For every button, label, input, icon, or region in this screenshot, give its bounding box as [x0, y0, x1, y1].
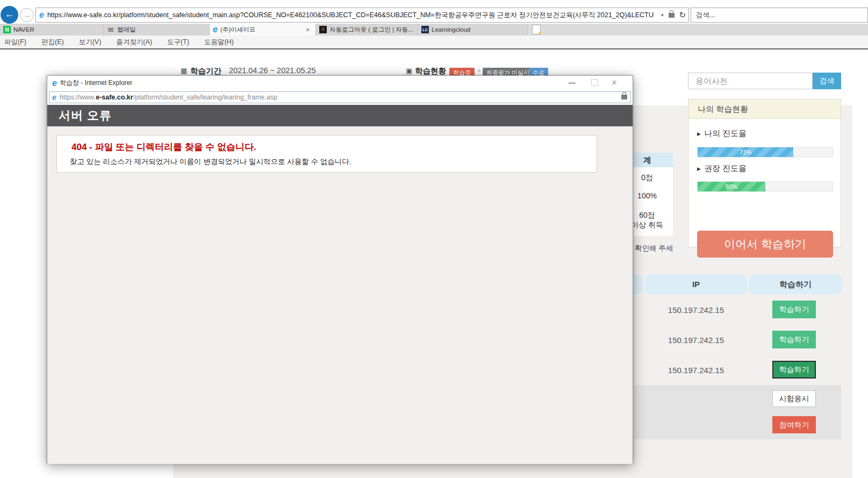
maximize-button[interactable]: [586, 76, 602, 90]
learn-button-active[interactable]: 학습하기: [772, 361, 816, 379]
error-box: 404 - 파일 또는 디렉터리를 찾을 수 없습니다. 찾고 있는 리소스가 …: [56, 135, 597, 173]
lock-icon: [669, 13, 675, 18]
rec-progress-label: ▶권장 진도율: [697, 163, 747, 174]
glossary-search-button[interactable]: 검색: [813, 73, 841, 89]
error-title: 404 - 파일 또는 디렉터리를 찾을 수 없습니다.: [71, 141, 256, 153]
menu-tools[interactable]: 도구(T): [167, 38, 189, 47]
lock-icon: [621, 95, 627, 99]
popup-address-row: e https://www.e-safe.co.kr/platform/stud…: [47, 90, 633, 105]
tab-bar: N NAVER ✉ 웹메일 e (주)이세이프 ✕ ⚿ 자동로그아웃 ( 로그인…: [0, 24, 868, 35]
tab-close-icon[interactable]: ✕: [304, 27, 312, 33]
ie-icon: e: [52, 79, 57, 88]
tab-naver[interactable]: N NAVER: [0, 24, 104, 35]
autologout-icon: ⚿: [319, 26, 327, 33]
naver-icon: N: [3, 26, 11, 33]
popup-title: 학습창 - Internet Explorer: [60, 79, 132, 88]
learn-column-header: 학습하기: [749, 275, 842, 294]
refresh-icon[interactable]: ↻: [679, 10, 686, 20]
close-button[interactable]: ✕: [606, 76, 622, 90]
tab-label: (주)이세이프: [220, 26, 255, 34]
menu-view[interactable]: 보기(V): [79, 38, 102, 47]
screen: ← → e https://www.e-safe.co.kr/platform/…: [0, 0, 868, 478]
table-footer-block: 시험응시 참여하기: [634, 385, 841, 439]
menu-help[interactable]: 도움말(H): [204, 38, 234, 47]
url-dropdown-icon[interactable]: ▼: [661, 13, 665, 18]
menu-file[interactable]: 파일(F): [4, 38, 26, 47]
ie-page-icon: e: [39, 11, 44, 19]
ip-column-header: IP: [645, 275, 747, 294]
error-page-header: 서버 오류: [47, 105, 633, 126]
forward-button[interactable]: →: [20, 8, 34, 22]
tab-label: 웹메일: [117, 26, 136, 34]
browser-toolbar: ← → e https://www.e-safe.co.kr/platform/…: [0, 0, 868, 24]
back-icon: ←: [5, 9, 15, 19]
learn-button[interactable]: 학습하기: [772, 331, 816, 348]
minimize-button[interactable]: —: [564, 76, 580, 90]
ip-cell: 150.197.242.15: [645, 366, 747, 375]
tab-label: NAVER: [13, 26, 34, 33]
bullet-icon: ▶: [697, 166, 701, 172]
learningcloud-icon: LC: [421, 26, 429, 33]
tab-esafe-active[interactable]: e (주)이세이프 ✕: [210, 24, 316, 35]
continue-learning-button[interactable]: 이어서 학습하기: [697, 231, 833, 258]
mail-icon: ✉: [107, 26, 114, 33]
my-progress-fill: 71%: [698, 147, 793, 157]
new-tab-button[interactable]: ✦: [532, 25, 541, 34]
learning-status-panel: 나의 학습현황 ▶나의 진도율 71% ▶권장 진도율 50% 이어서 학습하기: [688, 99, 841, 247]
menu-bar: 파일(F) 편집(E) 보기(V) 즐겨찾기(A) 도구(T) 도움말(H): [0, 35, 868, 49]
popup-title-bar[interactable]: e 학습창 - Internet Explorer — ✕: [47, 76, 633, 90]
notice-text: 확인해 주세: [635, 244, 673, 253]
menu-edit[interactable]: 편집(E): [41, 38, 64, 47]
tab-webmail[interactable]: ✉ 웹메일: [104, 24, 210, 35]
period-value: 2021.04.26 ~ 2021.05.25: [229, 66, 316, 75]
tab-label: Learningcloud: [432, 26, 470, 33]
ie-page-icon: e: [52, 94, 56, 101]
popup-address-bar[interactable]: e https://www.e-safe.co.kr/platform/stud…: [49, 91, 631, 103]
join-button[interactable]: 참여하기: [772, 416, 816, 433]
ip-cell: 150.197.242.15: [645, 305, 747, 315]
tab-autologout[interactable]: ⚿ 자동로그아웃 ( 로그인 | 자동...: [316, 24, 418, 35]
address-bar[interactable]: e https://www.e-safe.co.kr/platform/stud…: [35, 8, 689, 23]
menu-favorites[interactable]: 즐겨찾기(A): [116, 38, 152, 47]
chevron-icon: >: [477, 67, 480, 74]
status-icon: ▣: [406, 67, 412, 75]
panel-title: 나의 학습현황: [688, 99, 841, 119]
error-page-body: 404 - 파일 또는 디렉터리를 찾을 수 없습니다. 찾고 있는 리소스가 …: [47, 126, 633, 464]
tab-label: 자동로그아웃 ( 로그인 | 자동...: [329, 26, 413, 34]
popup-url[interactable]: https://www.e-safe.co.kr/platform/studen…: [60, 94, 277, 101]
forward-icon: →: [23, 11, 31, 19]
learn-button[interactable]: 학습하기: [772, 301, 816, 318]
tab-learningcloud[interactable]: LC Learningcloud: [418, 24, 528, 35]
url-text[interactable]: https://www.e-safe.co.kr/platform/studen…: [47, 11, 654, 20]
exam-button[interactable]: 시험응시: [772, 390, 816, 407]
calendar-icon: ▦: [181, 67, 187, 75]
browser-search-input[interactable]: 검색...: [691, 8, 868, 23]
rec-progress-fill: 50%: [698, 182, 765, 191]
ie-icon: e: [213, 25, 218, 34]
back-button[interactable]: ←: [1, 6, 18, 24]
maximize-icon: [591, 79, 598, 86]
chevron-icon: >: [524, 67, 527, 74]
error-description: 찾고 있는 리소스가 제거되었거나 이름이 변경되었거나 일시적으로 사용할 수…: [70, 157, 351, 167]
bullet-icon: ▶: [697, 131, 701, 137]
popup-window: e 학습창 - Internet Explorer — ✕ e https://…: [47, 75, 633, 463]
my-progress-bar: 71%: [697, 147, 833, 158]
ip-cell: 150.197.242.15: [645, 336, 747, 345]
glossary-input[interactable]: [688, 73, 813, 89]
rec-progress-bar: 50%: [697, 181, 833, 192]
my-progress-label: ▶나의 진도율: [697, 129, 747, 139]
